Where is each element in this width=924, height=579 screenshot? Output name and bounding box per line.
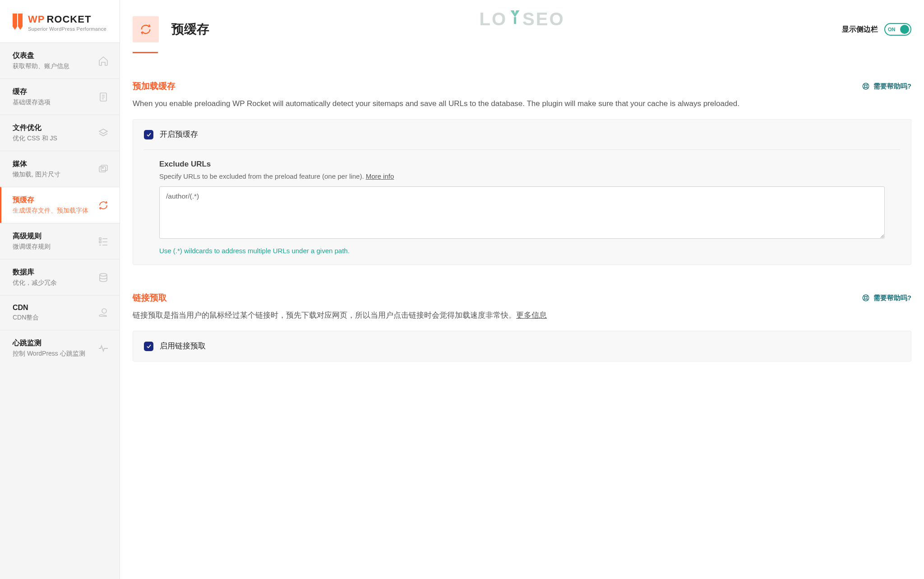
sidebar-item-media[interactable]: 媒体 懒加载, 图片尺寸 bbox=[0, 151, 120, 187]
section-prefetch: 链接预取 需要帮助吗? 链接预取是指当用户的鼠标经过某个链接时，预先下载对应网页… bbox=[133, 292, 911, 361]
sidebar-item-label: CDN bbox=[13, 304, 39, 312]
images-icon bbox=[98, 164, 109, 175]
sidebar-item-dashboard[interactable]: 仪表盘 获取帮助、账户信息 bbox=[0, 42, 120, 79]
sidebar-item-sub: 懒加载, 图片尺寸 bbox=[13, 171, 60, 179]
sidebar-item-sub: 优化，减少冗余 bbox=[13, 279, 57, 287]
sidebar-item-label: 数据库 bbox=[13, 268, 57, 277]
help-link[interactable]: 需要帮助吗? bbox=[862, 82, 911, 91]
sidebar-item-label: 缓存 bbox=[13, 87, 51, 97]
sidebar-item-preload[interactable]: 预缓存 生成缓存文件、预加载字体 bbox=[0, 187, 120, 223]
sidebar-item-label: 心跳监测 bbox=[13, 338, 85, 348]
prefetch-option-card: 启用链接预取 bbox=[133, 331, 911, 361]
sidebar-item-database[interactable]: 数据库 优化，减少冗余 bbox=[0, 259, 120, 295]
page-header: 预缓存 显示侧边栏 ON bbox=[133, 0, 911, 53]
document-icon bbox=[98, 92, 109, 102]
svg-point-16 bbox=[864, 85, 867, 88]
checkbox-checked-icon bbox=[144, 342, 153, 351]
sidebar: WP ROCKET Superior WordPress Performance… bbox=[0, 0, 120, 579]
brand-tagline: Superior WordPress Performance bbox=[28, 26, 106, 32]
sidebar-toggle-label: 显示侧边栏 bbox=[842, 25, 878, 34]
sidebar-toggle-switch[interactable]: ON bbox=[884, 23, 911, 36]
sidebar-item-label: 仪表盘 bbox=[13, 51, 69, 60]
refresh-icon bbox=[98, 200, 109, 211]
sidebar-item-label: 高级规则 bbox=[13, 232, 51, 241]
exclude-urls-textarea[interactable]: /author/(.*) bbox=[159, 186, 885, 239]
checkbox-label: 开启预缓存 bbox=[160, 130, 198, 139]
sidebar-item-cache[interactable]: 缓存 基础缓存选项 bbox=[0, 79, 120, 115]
section-title: 预加载缓存 bbox=[133, 80, 176, 92]
wildcard-hint: Use (.*) wildcards to address multiple U… bbox=[159, 247, 885, 255]
heartbeat-icon bbox=[98, 343, 109, 354]
lifebuoy-icon bbox=[862, 82, 870, 90]
sidebar-item-advanced-rules[interactable]: 高级规则 微调缓存规则 bbox=[0, 223, 120, 259]
svg-point-13 bbox=[100, 273, 107, 276]
help-link[interactable]: 需要帮助吗? bbox=[862, 294, 911, 302]
sidebar-item-sub: 微调缓存规则 bbox=[13, 243, 51, 251]
rocket-flame-icon bbox=[13, 14, 24, 32]
section-preload: 预加载缓存 需要帮助吗? When you enable preloading … bbox=[133, 80, 911, 265]
sidebar-item-sub: 基础缓存选项 bbox=[13, 98, 51, 107]
database-icon bbox=[98, 272, 109, 283]
main-content: LO SEO 预缓存 显示侧边栏 ON bbox=[120, 0, 924, 579]
brand-logo: WP ROCKET Superior WordPress Performance bbox=[0, 0, 120, 42]
sidebar-item-label: 文件优化 bbox=[13, 123, 57, 133]
home-icon bbox=[98, 56, 109, 66]
checkbox-checked-icon bbox=[144, 130, 153, 139]
enable-preload-checkbox[interactable]: 开启预缓存 bbox=[144, 130, 900, 139]
sidebar-item-sub: CDN整合 bbox=[13, 314, 39, 322]
svg-rect-9 bbox=[99, 241, 101, 243]
preload-option-card: 开启预缓存 Exclude URLs Specify URLs to be ex… bbox=[133, 119, 911, 265]
sidebar-item-cdn[interactable]: CDN CDN整合 bbox=[0, 295, 120, 330]
svg-rect-7 bbox=[99, 238, 101, 240]
more-info-link[interactable]: 更多信息 bbox=[516, 311, 547, 320]
svg-point-14 bbox=[102, 309, 106, 313]
section-description: When you enable preloading WP Rocket wil… bbox=[133, 97, 911, 110]
sidebar-item-sub: 生成缓存文件、预加载字体 bbox=[13, 207, 88, 215]
section-description: 链接预取是指当用户的鼠标经过某个链接时，预先下载对应网页，所以当用户点击链接时会… bbox=[133, 309, 911, 322]
lifebuoy-icon bbox=[862, 294, 870, 302]
sidebar-item-sub: 优化 CSS 和 JS bbox=[13, 134, 57, 143]
page-title: 预缓存 bbox=[171, 21, 209, 38]
checklist-icon bbox=[98, 236, 109, 247]
sidebar-item-file-optimization[interactable]: 文件优化 优化 CSS 和 JS bbox=[0, 115, 120, 151]
svg-point-6 bbox=[102, 167, 103, 168]
brand-rocket: ROCKET bbox=[46, 14, 91, 25]
sidebar-item-sub: 控制 WordPress 心跳监测 bbox=[13, 350, 85, 358]
more-info-link[interactable]: More info bbox=[366, 172, 394, 180]
sidebar-item-label: 预缓存 bbox=[13, 195, 88, 205]
layers-icon bbox=[98, 128, 109, 139]
sidebar-item-sub: 获取帮助、账户信息 bbox=[13, 62, 69, 70]
svg-point-22 bbox=[864, 296, 867, 299]
refresh-icon bbox=[133, 16, 159, 42]
sidebar-item-heartbeat[interactable]: 心跳监测 控制 WordPress 心跳监测 bbox=[0, 330, 120, 366]
exclude-urls-sub: Specify URLs to be excluded from the pre… bbox=[159, 172, 885, 180]
hand-globe-icon bbox=[98, 307, 109, 318]
checkbox-label: 启用链接预取 bbox=[160, 341, 206, 351]
section-title: 链接预取 bbox=[133, 292, 167, 304]
brand-wp: WP bbox=[28, 14, 45, 25]
enable-prefetch-checkbox[interactable]: 启用链接预取 bbox=[144, 341, 900, 351]
sidebar-item-label: 媒体 bbox=[13, 159, 60, 169]
exclude-urls-title: Exclude URLs bbox=[159, 160, 885, 169]
